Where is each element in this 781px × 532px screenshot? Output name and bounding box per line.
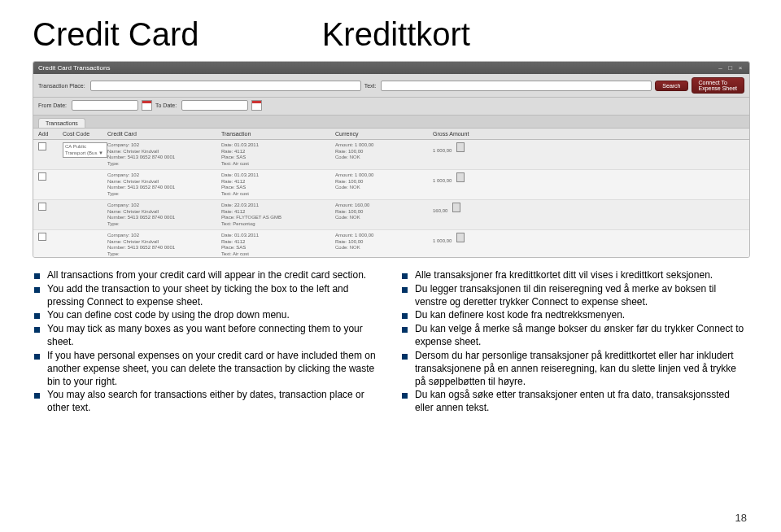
window-title: Credit Card Transactions — [38, 64, 110, 72]
calendar-icon[interactable] — [142, 100, 152, 111]
transaction-cell: Date: 01.03.2011Rate: 4112Place: SASText… — [221, 233, 335, 257]
col-credit-card: Credit Card — [107, 131, 221, 137]
list-item: Du kan også søke etter transaksjoner ent… — [415, 389, 748, 415]
gross-cell: 1 000,00 — [433, 233, 498, 257]
window-controls: – □ × — [717, 64, 744, 72]
window-titlebar: Credit Card Transactions – □ × — [33, 62, 749, 74]
tab-bar: Transactions — [33, 116, 749, 129]
add-checkbox[interactable] — [38, 203, 46, 211]
date-toolbar: From Date: To Date: — [33, 98, 749, 116]
table-body: CA Public Transport (Bus ▼ Company: 102N… — [33, 140, 749, 258]
trash-icon[interactable] — [456, 142, 465, 152]
list-item: Du kan velge å merke så mange bokser du … — [415, 323, 748, 349]
credit-card-cell: Company: 102Name: Christer KindvallNumbe… — [107, 233, 221, 257]
currency-cell: Amount: 160,00Rate: 100,00Code: NOK — [335, 203, 433, 227]
transaction-place-input[interactable] — [90, 81, 361, 91]
trash-icon[interactable] — [456, 233, 465, 242]
table-row: Company: 102Name: Christer KindvallNumbe… — [33, 170, 749, 200]
app-screenshot: Credit Card Transactions – □ × Transacti… — [33, 61, 750, 258]
title-no: Kredittkort — [322, 16, 470, 52]
search-toolbar: Transaction Place: Text: Search Connect … — [33, 74, 749, 98]
add-checkbox[interactable] — [38, 233, 46, 241]
list-item: You may also search for transactions eit… — [47, 389, 381, 415]
transaction-cell: Date: 22.03.2011Rate: 4112Place: FLYTOGE… — [221, 203, 335, 227]
list-item: Dersom du har personlige transaksjoner p… — [415, 350, 748, 388]
col-currency: Currency — [335, 131, 433, 137]
transaction-cell: Date: 01.03.2011Rate: 4112Place: SASText… — [221, 142, 335, 167]
list-item: You add the transaction to your sheet by… — [47, 283, 381, 309]
page-number: 18 — [735, 512, 747, 524]
list-item: Du legger transaksjonen til din reisereg… — [415, 283, 748, 309]
table-row: Company: 102Name: Christer KindvallNumbe… — [33, 200, 749, 230]
calendar-icon[interactable] — [251, 100, 262, 111]
trash-icon[interactable] — [452, 203, 460, 212]
gross-cell: 160,00 — [433, 203, 498, 227]
to-date-label: To Date: — [155, 102, 177, 108]
credit-card-cell: Company: 102Name: Christer KindvallNumbe… — [107, 142, 221, 167]
close-icon[interactable]: × — [736, 64, 744, 72]
col-english: All transactions from your credit card w… — [33, 269, 381, 416]
transaction-cell: Date: 01.03.2011Rate: 4112Place: SASText… — [221, 172, 335, 197]
bullets-en: All transactions from your credit card w… — [33, 269, 381, 415]
cost-code-cell[interactable]: CA Public Transport (Bus ▼ — [63, 142, 107, 167]
list-item: Du kan definere kost kode fra nedtrekksm… — [415, 309, 748, 322]
table-header: Add Cost Code Credit Card Transaction Cu… — [33, 129, 749, 140]
list-item: If you have personal expenses on your cr… — [47, 350, 381, 388]
connect-button[interactable]: Connect To Expense Sheet — [692, 77, 744, 94]
page-title: Credit Card Kredittkort — [33, 16, 748, 53]
bullets-no: Alle transaksjoner fra kredittkortet dit… — [400, 269, 748, 415]
col-add: Add — [38, 131, 63, 137]
currency-cell: Amount: 1 000,00Rate: 100,00Code: NOK — [335, 142, 433, 167]
from-date-label: From Date: — [38, 102, 67, 108]
tab-transactions[interactable]: Transactions — [38, 118, 85, 128]
currency-cell: Amount: 1 000,00Rate: 100,00Code: NOK — [335, 172, 433, 197]
list-item: You can define cost code by using the dr… — [47, 309, 381, 322]
cost-code-cell[interactable] — [63, 233, 107, 257]
list-item: Alle transaksjoner fra kredittkortet dit… — [415, 269, 748, 282]
col-transaction: Transaction — [221, 131, 335, 137]
add-checkbox[interactable] — [38, 142, 46, 150]
currency-cell: Amount: 1 000,00Rate: 100,00Code: NOK — [335, 233, 433, 257]
cost-code-cell[interactable] — [63, 203, 107, 227]
search-button[interactable]: Search — [655, 81, 687, 91]
col-cost-code: Cost Code — [63, 131, 107, 137]
credit-card-cell: Company: 102Name: Christer KindvallNumbe… — [107, 172, 221, 197]
gross-cell: 1 000,00 — [433, 172, 498, 197]
list-item: You may tick as many boxes as you want b… — [47, 323, 381, 349]
col-gross: Gross Amount — [433, 131, 498, 137]
title-en: Credit Card — [33, 16, 199, 52]
transaction-place-label: Transaction Place: — [38, 83, 85, 89]
cost-code-cell[interactable] — [63, 172, 107, 197]
body-columns: All transactions from your credit card w… — [33, 269, 748, 416]
table-row: CA Public Transport (Bus ▼ Company: 102N… — [33, 140, 749, 170]
credit-card-cell: Company: 102Name: Christer KindvallNumbe… — [107, 203, 221, 227]
to-date-input[interactable] — [181, 100, 248, 111]
from-date-input[interactable] — [72, 100, 138, 111]
minimize-icon[interactable]: – — [717, 64, 725, 72]
table-row: Company: 102Name: Christer KindvallNumbe… — [33, 230, 749, 258]
maximize-icon[interactable]: □ — [726, 64, 735, 72]
list-item: All transactions from your credit card w… — [47, 269, 381, 282]
trash-icon[interactable] — [456, 172, 465, 182]
text-input[interactable] — [381, 81, 652, 91]
add-checkbox[interactable] — [38, 172, 46, 181]
gross-cell: 1 000,00 — [433, 142, 498, 167]
col-norwegian: Alle transaksjoner fra kredittkortet dit… — [400, 269, 748, 416]
text-label: Text: — [364, 83, 377, 89]
